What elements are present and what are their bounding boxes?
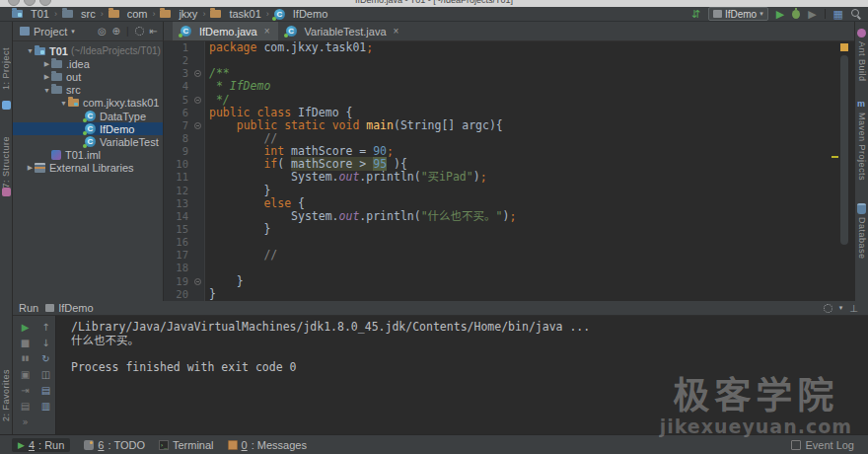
run-with-coverage-button[interactable]: ▶ [808, 8, 816, 20]
statusbar-item-messages[interactable]: 0: Messages [228, 439, 307, 451]
tree-arrow-icon[interactable]: ▼ [26, 47, 35, 54]
tree-arrow-icon[interactable]: ▼ [42, 87, 51, 94]
statusbar-mnemonic: 4 [29, 439, 35, 451]
code-token: com.jkxy.task01 [263, 41, 366, 54]
statusbar-item-run[interactable]: ▶4: Run [12, 438, 70, 452]
run-tool-window: Run IfDemo ▾ ⊥ ▶■▮▮▣⇥▤» ↑↓↻◫▤▥ /Library/… [13, 301, 868, 434]
rerun-button[interactable]: ▶ [22, 322, 30, 333]
tree-item-t01[interactable]: ▼T01(~/IdeaProjects/T01) [13, 44, 163, 57]
project-structure-icon[interactable]: ▦ [833, 8, 843, 20]
tree-arrow-icon[interactable]: ▶ [42, 73, 51, 81]
breadcrumb-item[interactable]: CIfDemo [274, 8, 327, 20]
statusbar-item-todo[interactable]: 6: TODO [84, 439, 145, 451]
tool-button-project[interactable]: 1: Project [1, 47, 11, 90]
error-stripe-marker[interactable] [840, 43, 848, 51]
code-token: mathScore = [291, 144, 373, 158]
search-icon[interactable] [851, 9, 862, 20]
breadcrumb-item[interactable]: src [62, 8, 96, 20]
tree-item-datatype[interactable]: CDataType [13, 110, 163, 122]
chevron-right-icon: › [101, 9, 104, 19]
close-icon[interactable]: × [394, 26, 399, 37]
run-console[interactable]: /Library/Java/JavaVirtualMachines/jdk1.8… [57, 316, 868, 434]
code-token: ; [387, 144, 394, 158]
chevron-right-icon: › [266, 9, 269, 19]
run-config-select[interactable]: IfDemo ▾ [708, 7, 768, 21]
fold-marker-icon[interactable] [194, 97, 201, 104]
tree-item-variabletest[interactable]: CVariableTest [13, 135, 163, 148]
tree-item-t01-iml[interactable]: T01.iml [13, 149, 163, 162]
tree-arrow-icon[interactable]: ▶ [42, 60, 51, 68]
statusbar-item-terminal[interactable]: ›_Terminal [159, 439, 214, 451]
tree-item-ifdemo[interactable]: CIfDemo [13, 122, 163, 135]
breadcrumb-item[interactable]: T01 [12, 8, 49, 20]
gear-icon[interactable] [824, 304, 832, 313]
stop-button[interactable]: ■ [21, 338, 30, 348]
fold-marker-icon[interactable] [194, 278, 201, 285]
editor-tab-VariableTest-java[interactable]: CVariableTest.java× [278, 22, 407, 40]
print-button[interactable]: ▤ [41, 385, 50, 396]
code-token: 90 [373, 144, 387, 158]
run-panel-config-label: IfDemo [58, 302, 93, 314]
editor-scrollbar[interactable] [840, 55, 848, 245]
tree-item-com-jkxy-task01[interactable]: ▼com.jkxy.task01 [13, 97, 163, 110]
run-button[interactable]: ▶ [776, 8, 784, 20]
breadcrumb-item[interactable]: jkxy [160, 8, 197, 20]
folder-orange-folder-icon [210, 10, 221, 18]
clear-all-button[interactable]: ▥ [41, 401, 50, 412]
project-tool-icon[interactable] [2, 101, 11, 110]
code-editor[interactable]: 1package com.jkxy.task01;23/**4 * IfDemo… [164, 41, 854, 301]
editor-tab-IfDemo-java[interactable]: CIfDemo.java× [173, 22, 278, 40]
tool-button-maven-projects[interactable]: Maven Projects [857, 113, 867, 181]
more-options-button[interactable]: » [22, 416, 28, 427]
run-panel-title[interactable]: Run [19, 302, 38, 314]
chevron-down-icon[interactable]: ▾ [71, 28, 75, 36]
tree-item-label: External Libraries [49, 162, 134, 174]
locate-icon[interactable]: ◎ [98, 26, 107, 37]
restore-layout-button[interactable]: ↻ [41, 353, 49, 364]
debug-button[interactable] [792, 10, 800, 19]
event-log-button[interactable]: Event Log [791, 439, 854, 451]
gutter-line-number: 17 [164, 249, 205, 262]
warning-stripe-marker[interactable] [832, 156, 838, 158]
vcs-update-icon[interactable]: ⇵ [691, 8, 700, 20]
gutter-line-number: 16 [164, 236, 205, 249]
breadcrumb-item[interactable]: task01 [210, 8, 260, 20]
chevron-right-icon: › [54, 9, 57, 19]
project-panel-title[interactable]: Project [34, 26, 67, 38]
exit-button[interactable]: ⇥ [21, 385, 29, 396]
database-icon[interactable] [857, 203, 866, 214]
code-line: 15 } [164, 223, 854, 236]
tree-item-out[interactable]: ▶out [13, 70, 163, 83]
fold-marker-icon[interactable] [194, 122, 201, 129]
gear-icon[interactable] [135, 27, 144, 36]
tool-button-structure[interactable]: 7: Structure [1, 136, 11, 189]
pause-output-button[interactable]: ▮▮ [22, 353, 30, 364]
structure-tool-icon[interactable] [2, 188, 11, 196]
collapse-all-icon[interactable]: ⊕ [112, 26, 120, 37]
pin-tab-button[interactable]: ◫ [41, 369, 50, 380]
tool-button-ant-build[interactable]: Ant Build [857, 41, 867, 82]
code-token [209, 144, 263, 158]
run-panel-config: IfDemo [45, 302, 93, 314]
hide-panel-icon[interactable]: ⇤ [150, 26, 158, 37]
hide-panel-icon[interactable]: ⊥ [849, 303, 858, 314]
tree-arrow-icon[interactable]: ▶ [26, 164, 35, 172]
tool-button-favorites[interactable]: 2: Favorites [1, 369, 11, 421]
down-stack-trace-button[interactable]: ↓ [41, 338, 49, 348]
tree-item-external-libraries[interactable]: ▶External Libraries [13, 162, 163, 175]
tree-item-label: IfDemo [100, 123, 134, 135]
tree-arrow-icon[interactable]: ▼ [59, 100, 68, 107]
dump-threads-button[interactable]: ▣ [21, 369, 30, 380]
tool-button-database[interactable]: Database [857, 217, 867, 260]
fold-marker-icon[interactable] [194, 70, 201, 77]
close-icon[interactable]: × [264, 26, 270, 37]
show-console-button[interactable]: ▤ [21, 401, 30, 412]
code-token: // [209, 248, 277, 262]
gutter-line-number: 11 [164, 171, 205, 184]
maven-icon[interactable]: m [857, 100, 866, 109]
up-stack-trace-button[interactable]: ↑ [41, 322, 49, 333]
tree-item--idea[interactable]: ▶.idea [13, 57, 163, 70]
tree-item-src[interactable]: ▼src [13, 84, 163, 97]
breadcrumb-item[interactable]: com [108, 8, 148, 20]
ant-build-icon[interactable] [857, 29, 866, 38]
